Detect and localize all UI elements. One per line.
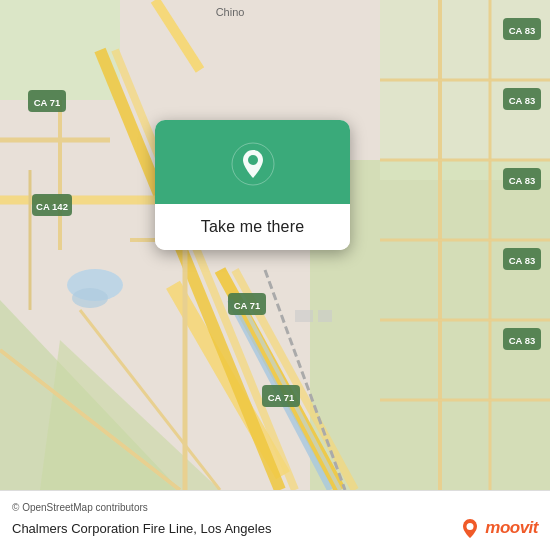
svg-rect-32 <box>295 310 313 322</box>
svg-text:CA 83: CA 83 <box>509 335 536 346</box>
svg-text:CA 83: CA 83 <box>509 25 536 36</box>
svg-point-54 <box>248 155 258 165</box>
location-pin-icon <box>231 142 275 186</box>
svg-text:CA 83: CA 83 <box>509 95 536 106</box>
take-me-there-button[interactable]: Take me there <box>155 204 350 250</box>
svg-text:CA 142: CA 142 <box>36 201 68 212</box>
map-area: Chino CA 71 CA 142 CA 71 CA 71 CA 83 CA … <box>0 0 550 490</box>
popup-header <box>155 120 350 204</box>
svg-rect-33 <box>318 310 332 322</box>
svg-text:CA 83: CA 83 <box>509 255 536 266</box>
bottom-bar: © OpenStreetMap contributors Chalmers Co… <box>0 490 550 550</box>
svg-text:CA 83: CA 83 <box>509 175 536 186</box>
osm-attribution: © OpenStreetMap contributors <box>12 502 538 513</box>
location-popup: Take me there <box>155 120 350 250</box>
svg-text:Chino: Chino <box>216 6 245 18</box>
moovit-pin-icon <box>459 517 481 539</box>
svg-point-7 <box>72 288 108 308</box>
location-label: Chalmers Corporation Fire Line, Los Ange… <box>12 521 271 536</box>
moovit-logo: moovit <box>459 517 538 539</box>
svg-text:CA 71: CA 71 <box>34 97 61 108</box>
svg-text:CA 71: CA 71 <box>234 300 261 311</box>
svg-point-55 <box>467 523 474 530</box>
svg-text:CA 71: CA 71 <box>268 392 295 403</box>
moovit-brand-text: moovit <box>485 518 538 538</box>
